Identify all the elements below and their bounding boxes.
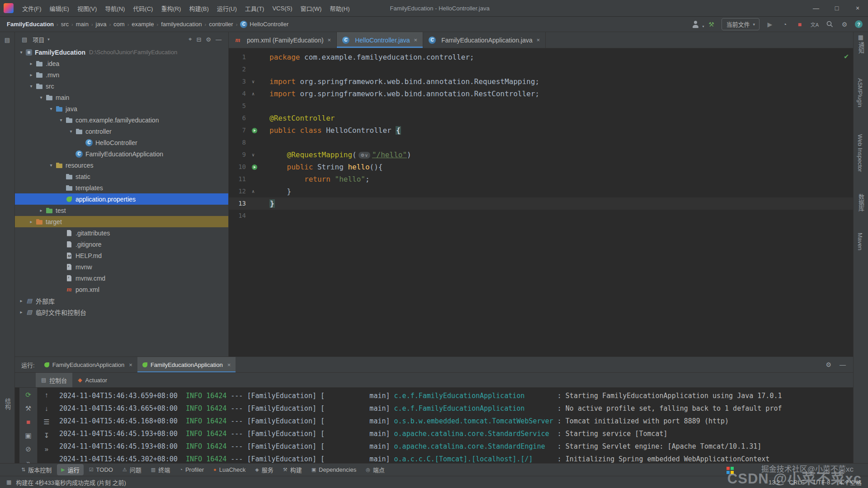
code-line[interactable]: 5 <box>229 100 853 112</box>
edit-configuration-button[interactable]: ⚒ <box>25 405 31 412</box>
breadcrumb-item[interactable]: FamilyEducation <box>5 21 55 28</box>
caret-position[interactable]: 13:2 <box>769 479 780 486</box>
fold-icon[interactable]: ∨ <box>252 75 255 88</box>
breadcrumb-item[interactable]: familyeducation <box>160 21 203 28</box>
tree-item[interactable]: templates <box>15 182 228 193</box>
tool-stripe-button[interactable]: ASMPlugin <box>857 78 863 107</box>
project-panel-title[interactable]: 项目 <box>33 35 44 44</box>
breadcrumb-item[interactable]: example <box>130 21 155 28</box>
indent-setting[interactable]: 4 个空格 <box>839 478 862 487</box>
stop-icon[interactable]: ■ <box>795 20 804 29</box>
menu-item[interactable]: 代码(C) <box>129 2 157 14</box>
tool-window-button[interactable]: ▣Dependencies <box>307 465 361 474</box>
tree-item[interactable]: ▸.idea <box>15 58 228 69</box>
tree-item[interactable]: mpom.xml <box>15 284 228 295</box>
console-output[interactable]: 2024-11-04T15:46:43.659+08:00 INFO 16424… <box>56 388 853 463</box>
url-inlay-icon[interactable]: ⚙∨ <box>359 152 370 159</box>
menu-item[interactable]: 编辑(E) <box>46 2 73 14</box>
tree-item[interactable]: .gitignore <box>15 239 228 250</box>
tool-window-button[interactable]: ●LuaCheck <box>209 465 250 474</box>
tool-window-button[interactable]: ⇅版本控制 <box>17 464 56 475</box>
code-line[interactable]: 1package com.example.familyeducation.con… <box>229 51 853 63</box>
stop-button[interactable]: ■ <box>26 418 30 425</box>
menu-item[interactable]: 视图(V) <box>73 2 101 14</box>
tool-stripes-toggle-icon[interactable]: ▦ <box>6 479 11 485</box>
chevron-icon[interactable]: ▸ <box>17 298 26 303</box>
tree-item[interactable]: CFamilyEducationApplication <box>15 148 228 160</box>
maximize-button[interactable]: □ <box>826 0 847 17</box>
tool-stripe-button[interactable]: Maven <box>857 233 863 250</box>
chevron-icon[interactable]: ▾ <box>66 129 75 134</box>
menu-item[interactable]: 文件(F) <box>18 2 46 14</box>
tool-window-button[interactable]: ◔Profiler <box>175 465 208 474</box>
run-config-dropdown[interactable]: 当前文件▾ <box>722 18 760 30</box>
tree-item[interactable]: ▾controller <box>15 126 228 137</box>
scroll-to-end-button[interactable]: ↧ <box>44 432 50 439</box>
menu-item[interactable]: 构建(B) <box>185 2 212 14</box>
fold-icon[interactable]: ∧ <box>252 88 255 100</box>
code-line[interactable]: 12∧ } <box>229 185 853 197</box>
dump-threads-button[interactable]: ▣ <box>25 432 31 439</box>
clear-console-button[interactable]: ⊘ <box>25 446 31 452</box>
more-button[interactable]: » <box>45 446 48 452</box>
translate-icon[interactable]: 文A <box>810 20 819 29</box>
search-icon[interactable] <box>825 20 834 29</box>
tree-item[interactable]: static <box>15 171 228 182</box>
breadcrumb-item[interactable]: main <box>75 21 90 28</box>
run-gutter-icon[interactable] <box>252 164 257 170</box>
tool-window-button[interactable]: ☑TODO <box>85 465 117 474</box>
chevron-icon[interactable]: ▾ <box>47 163 56 168</box>
profiler-icon[interactable]: ◔ <box>780 20 789 29</box>
run-configuration-tab[interactable]: FamilyEducationApplication× <box>137 357 236 372</box>
tool-window-button[interactable]: ◈服务 <box>251 464 277 475</box>
settings-icon[interactable]: ⚙ <box>840 20 849 29</box>
code-line[interactable]: 2 <box>229 63 853 75</box>
tree-item[interactable]: .gitattributes <box>15 227 228 239</box>
tool-window-button[interactable]: ▶运行 <box>57 464 83 475</box>
hide-icon[interactable]: — <box>840 361 846 368</box>
fold-icon[interactable]: ∧ <box>252 185 255 197</box>
soft-wrap-button[interactable]: ☰ <box>43 418 49 425</box>
close-button[interactable]: × <box>847 0 868 17</box>
close-icon[interactable]: × <box>537 37 540 43</box>
chevron-icon[interactable]: ▾ <box>57 117 66 122</box>
run-gutter-icon[interactable] <box>252 128 257 133</box>
chevron-icon[interactable]: ▾ <box>47 106 56 111</box>
run-configuration-tab[interactable]: FamilyEducationApplication× <box>39 357 137 372</box>
tree-item[interactable]: ▾java <box>15 103 228 114</box>
tree-item[interactable]: ▸▤外部库 <box>15 295 228 306</box>
tool-window-button[interactable]: ▥终端 <box>147 464 174 475</box>
run-view-tab[interactable]: ◆Actuator <box>72 373 113 387</box>
settings-icon[interactable]: ⚙ <box>826 361 831 368</box>
chevron-icon[interactable]: ▸ <box>27 219 36 224</box>
tree-item[interactable]: ▾com.example.familyeducation <box>15 114 228 126</box>
tool-stripe-button[interactable]: 结构 <box>3 398 12 410</box>
help-icon[interactable]: ? <box>855 20 863 28</box>
close-icon[interactable]: × <box>328 37 331 43</box>
editor-tab[interactable]: CFamilyEducationApplication.java× <box>423 32 546 48</box>
tool-window-button[interactable]: ⚠问题 <box>118 464 146 475</box>
encoding[interactable]: UTF-8 <box>813 479 830 486</box>
code-line[interactable]: 9∨ @RequestMapping(⚙∨"/hello") <box>229 149 853 161</box>
close-icon[interactable]: × <box>129 361 132 368</box>
tree-item[interactable]: mvnw.cmd <box>15 272 228 284</box>
tree-item[interactable]: ▾resources <box>15 160 228 171</box>
chevron-icon[interactable]: ▾ <box>17 50 26 55</box>
tree-item[interactable]: CHelloController <box>15 137 228 148</box>
close-icon[interactable]: × <box>227 361 231 368</box>
tool-window-button[interactable]: ◎端点 <box>362 464 389 475</box>
tool-stripe-button[interactable]: 数据库 <box>857 194 865 211</box>
chevron-icon[interactable]: ▸ <box>37 208 46 213</box>
collapse-all-button[interactable]: ⊟ <box>194 36 203 43</box>
close-icon[interactable]: × <box>414 37 418 43</box>
code-line[interactable]: 13} <box>229 197 853 210</box>
tool-window-button[interactable]: ⚒构建 <box>279 464 306 475</box>
menu-item[interactable]: 工具(T) <box>241 2 269 14</box>
tree-item[interactable]: HELP.md <box>15 250 228 261</box>
tree-item[interactable]: ▾src <box>15 80 228 92</box>
code-line[interactable]: 14 <box>229 210 853 222</box>
code-line[interactable]: 4∧import org.springframework.web.bind.an… <box>229 88 853 100</box>
tree-item[interactable]: ▾FamilyEducationD:\School\Junior\FamilyE… <box>15 47 228 58</box>
menu-item[interactable]: 重构(R) <box>157 2 185 14</box>
menu-item[interactable]: 窗口(W) <box>297 2 326 14</box>
